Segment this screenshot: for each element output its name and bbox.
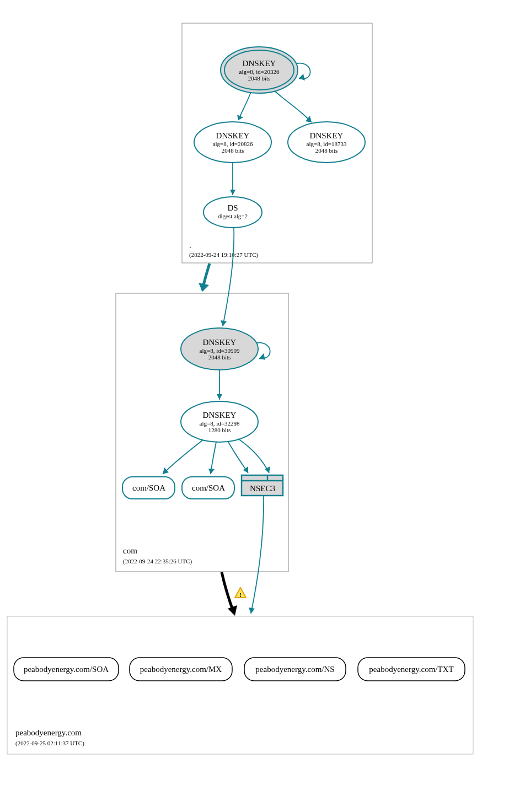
- node-leaf-txt: peabodyenergy.com/TXT: [358, 658, 465, 681]
- zone-leaf-timestamp: (2022-09-25 02:11:37 UTC): [15, 740, 84, 747]
- svg-point-14: [203, 197, 262, 228]
- svg-marker-39: [208, 469, 215, 474]
- svg-text:alg=8, id=20326: alg=8, id=20326: [239, 68, 280, 75]
- edge-com-zsk-nsec3-b: [238, 439, 269, 473]
- node-com-soa-1: com/SOA: [122, 477, 175, 499]
- svg-text:digest alg=2: digest alg=2: [218, 213, 248, 219]
- edge-com-zsk-nsec3-a: [228, 441, 248, 473]
- zone-leaf: peabodyenergy.com (2022-09-25 02:11:37 U…: [7, 616, 473, 754]
- svg-text:peabodyenergy.com/SOA: peabodyenergy.com/SOA: [24, 665, 109, 674]
- edge-root-ksk-aux: [275, 91, 312, 122]
- svg-text:DNSKEY: DNSKEY: [203, 338, 237, 347]
- node-leaf-soa: peabodyenergy.com/SOA: [14, 658, 119, 681]
- svg-marker-37: [217, 394, 222, 400]
- svg-text:DNSKEY: DNSKEY: [243, 59, 276, 68]
- svg-marker-5: [299, 74, 305, 80]
- svg-text:2048 bits: 2048 bits: [222, 147, 244, 154]
- svg-text:peabodyenergy.com/TXT: peabodyenergy.com/TXT: [369, 665, 453, 674]
- edge-com-zsk-soa1: [163, 440, 203, 474]
- svg-marker-19: [230, 190, 235, 195]
- node-root-dnskey-aux: DNSKEY alg=8, id=18733 2048 bits: [288, 122, 365, 163]
- warning-icon: !: [235, 588, 246, 598]
- svg-marker-53: [249, 607, 255, 614]
- svg-text:alg=8, id=18733: alg=8, id=18733: [307, 141, 347, 147]
- zone-leaf-label: peabodyenergy.com: [15, 728, 82, 737]
- node-root-dnskey-zsk: DNSKEY alg=8, id=20826 2048 bits: [194, 122, 271, 163]
- svg-text:2048 bits: 2048 bits: [315, 147, 338, 154]
- node-leaf-mx: peabodyenergy.com/MX: [130, 658, 232, 681]
- edge-nsec3-to-leaf: [251, 496, 264, 614]
- zone-root: . (2022-09-24 19:10:27 UTC) DNSKEY alg=8…: [182, 23, 372, 263]
- node-root-dnskey-ksk: DNSKEY alg=8, id=20326 2048 bits: [221, 47, 298, 93]
- svg-text:alg=8, id=30909: alg=8, id=30909: [200, 347, 240, 354]
- node-com-dnskey-ksk: DNSKEY alg=8, id=30909 2048 bits: [181, 328, 258, 370]
- svg-marker-24: [259, 353, 265, 360]
- edge-com-to-leaf-delegation: [222, 572, 234, 613]
- svg-marker-43: [221, 320, 227, 326]
- svg-text:DNSKEY: DNSKEY: [216, 131, 250, 140]
- svg-text:DS: DS: [227, 203, 238, 212]
- node-com-nsec3: NSEC3: [242, 475, 283, 496]
- svg-text:com/SOA: com/SOA: [132, 483, 165, 492]
- node-com-dnskey-zsk: DNSKEY alg=8, id=32298 1280 bits: [181, 401, 258, 442]
- edge-ds-to-com-ksk: [223, 228, 234, 326]
- svg-text:!: !: [239, 591, 242, 598]
- svg-text:2048 bits: 2048 bits: [248, 75, 271, 82]
- svg-marker-38: [163, 467, 169, 474]
- node-com-soa-2: com/SOA: [182, 477, 234, 499]
- svg-text:DNSKEY: DNSKEY: [310, 131, 344, 140]
- svg-text:NSEC3: NSEC3: [250, 484, 275, 493]
- svg-text:alg=8, id=20826: alg=8, id=20826: [213, 141, 253, 147]
- dnssec-graph: . (2022-09-24 19:10:27 UTC) DNSKEY alg=8…: [0, 0, 509, 812]
- svg-text:alg=8, id=32298: alg=8, id=32298: [200, 420, 240, 427]
- node-root-ds: DS digest alg=2: [203, 197, 262, 228]
- zone-com-timestamp: (2022-09-24 22:35:26 UTC): [123, 558, 192, 565]
- zone-root-timestamp: (2022-09-24 19:10:27 UTC): [189, 251, 259, 259]
- svg-text:peabodyenergy.com/MX: peabodyenergy.com/MX: [140, 665, 222, 674]
- svg-text:2048 bits: 2048 bits: [208, 354, 231, 361]
- svg-text:1280 bits: 1280 bits: [208, 427, 231, 433]
- node-leaf-ns: peabodyenergy.com/NS: [244, 658, 346, 681]
- zone-com-label: com: [123, 546, 137, 555]
- svg-text:DNSKEY: DNSKEY: [203, 411, 237, 420]
- svg-text:peabodyenergy.com/NS: peabodyenergy.com/NS: [255, 665, 334, 674]
- svg-text:com/SOA: com/SOA: [192, 483, 225, 492]
- edge-root-ksk-zsk: [238, 92, 251, 120]
- zone-root-label: .: [189, 241, 191, 250]
